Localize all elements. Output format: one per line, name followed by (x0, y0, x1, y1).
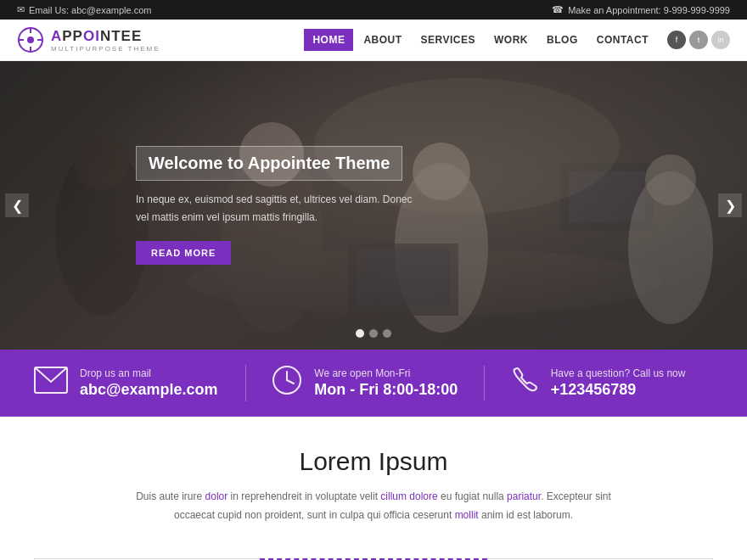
top-bar-email: ✉ Email Us: abc@example.com (17, 4, 151, 15)
lorem-highlight-dolor: dolor (205, 490, 228, 502)
hero-content: Welcome to Appointee Theme In neque ex, … (0, 146, 424, 265)
info-email-value: abc@example.com (80, 381, 218, 399)
info-email-text: Drop us an mail abc@example.com (80, 367, 218, 399)
hero-title: Welcome to Appointee Theme (149, 154, 390, 173)
social-icon-1[interactable]: f (667, 31, 686, 49)
hero-dot-1[interactable] (356, 329, 364, 338)
svg-line-24 (287, 380, 294, 384)
header: Appointee Multipurpose Theme HOME ABOUT … (0, 20, 747, 61)
info-bar: Drop us an mail abc@example.com We are o… (0, 350, 747, 417)
clock-icon (272, 365, 302, 401)
nav-contact[interactable]: CONTACT (588, 29, 657, 51)
hero-title-box: Welcome to Appointee Theme (136, 146, 402, 181)
lorem-highlight-cillum: cillum dolore (380, 490, 437, 502)
nav-home[interactable]: HOME (304, 29, 353, 51)
info-hours-value: Mon - Fri 8:00-18:00 (314, 381, 458, 399)
hero-dots (356, 329, 391, 338)
info-phone-text: Have a question? Call us now +123456789 (551, 367, 686, 399)
email-icon: ✉ (17, 4, 25, 15)
top-bar: ✉ Email Us: abc@example.com ☎ Make an Ap… (0, 0, 747, 20)
nav-blog[interactable]: BLOG (538, 29, 587, 51)
hero-section: ❮ Welcome to Appointee Theme In neque ex… (0, 61, 747, 350)
email-label: Email Us: abc@example.com (29, 5, 151, 15)
social-icon-2[interactable]: t (689, 31, 708, 49)
svg-point-1 (27, 36, 34, 43)
social-icons: f t in (667, 31, 730, 49)
info-hours: We are open Mon-Fri Mon - Fri 8:00-18:00 (245, 365, 475, 401)
lorem-title: Lorem Ipsum (68, 447, 679, 476)
logo-name: Appointee (51, 28, 160, 45)
phone-icon (510, 366, 539, 400)
social-icon-3[interactable]: in (711, 31, 730, 49)
hero-dot-2[interactable] (369, 329, 378, 338)
lorem-text-2: in reprehendreit in voluptate velit (227, 490, 380, 502)
logo-text-block: Appointee Multipurpose Theme (51, 28, 160, 53)
lorem-description: Duis aute irure dolor in reprehendreit i… (127, 488, 620, 524)
info-email-label: Drop us an mail (80, 367, 218, 379)
info-phone-value: +123456789 (551, 381, 686, 399)
nav-about[interactable]: ABOUT (355, 29, 410, 51)
hero-prev-arrow[interactable]: ❮ (5, 193, 29, 217)
hero-read-more-button[interactable]: READ MORE (136, 241, 231, 265)
hero-description: In neque ex, euismod sed sagittis et, ul… (136, 191, 424, 226)
lorem-section: Lorem Ipsum Duis aute irure dolor in rep… (0, 417, 747, 541)
logo[interactable]: Appointee Multipurpose Theme (17, 26, 160, 53)
info-phone: Have a question? Call us now +123456789 (484, 366, 713, 400)
info-hours-text: We are open Mon-Fri Mon - Fri 8:00-18:00 (314, 367, 458, 399)
logo-subtitle: Multipurpose Theme (51, 45, 160, 53)
phone-label: Make an Appointment: 9-999-999-9999 (568, 5, 730, 15)
lorem-text-3: eu fugiat nulla (438, 490, 507, 502)
hero-next-arrow[interactable]: ❯ (718, 193, 742, 217)
cards-row (0, 541, 747, 560)
main-nav: HOME ABOUT SERVICES WORK BLOG CONTACT f … (304, 29, 730, 51)
logo-icon (17, 26, 44, 53)
nav-work[interactable]: WORK (486, 29, 536, 51)
top-bar-phone: ☎ Make an Appointment: 9-999-999-9999 (552, 4, 730, 15)
email-envelope-icon (34, 367, 68, 400)
info-hours-label: We are open Mon-Fri (314, 367, 458, 379)
svg-point-17 (645, 154, 696, 205)
lorem-text-1: Duis aute irure (136, 490, 205, 502)
hero-dot-3[interactable] (383, 329, 391, 338)
info-email: Drop us an mail abc@example.com (34, 367, 237, 400)
info-phone-label: Have a question? Call us now (551, 367, 686, 379)
phone-icon: ☎ (552, 4, 564, 15)
nav-services[interactable]: SERVICES (413, 29, 484, 51)
lorem-highlight-pariatur: pariatur (507, 490, 541, 502)
lorem-text-5: anim id est laborum. (479, 509, 573, 521)
lorem-highlight-mollit: mollit (455, 509, 479, 521)
